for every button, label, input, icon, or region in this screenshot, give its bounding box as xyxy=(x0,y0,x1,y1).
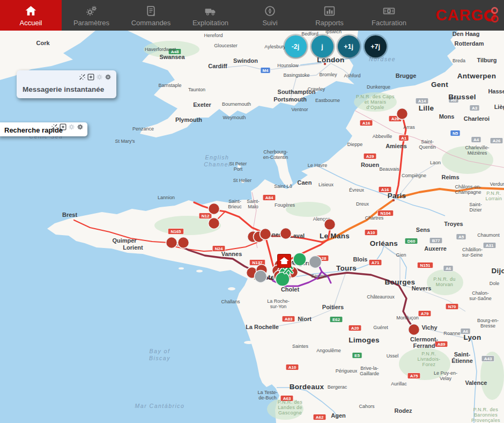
island xyxy=(244,341,254,344)
map-marker-red[interactable] xyxy=(397,108,408,120)
tab-suivi[interactable]: Suivi xyxy=(240,0,300,31)
map-label: Bay ofBiscay xyxy=(149,348,171,361)
map-label: Paris xyxy=(388,192,406,200)
map-label: Cardiff xyxy=(208,63,227,69)
map-label: Bournemouth xyxy=(222,101,251,107)
map-label: Brussel xyxy=(448,93,476,101)
road-shield: A71 xyxy=(369,260,382,266)
unlink-icon[interactable] xyxy=(79,74,86,81)
svg-text:A84: A84 xyxy=(265,195,273,200)
tab-commandes[interactable]: Commandes xyxy=(121,0,181,31)
svg-text:B77: B77 xyxy=(432,238,440,243)
map-label: Abbeville xyxy=(373,134,392,139)
tab-label: Commandes xyxy=(131,19,171,27)
map-marker-home[interactable] xyxy=(278,254,291,268)
map-label: Caen xyxy=(298,179,312,186)
map-label: Lisieux xyxy=(318,182,334,187)
tab-accueil[interactable]: Accueil xyxy=(0,0,62,31)
svg-text:A29: A29 xyxy=(366,154,374,159)
settings-light-icon[interactable] xyxy=(96,74,103,81)
map-label: Mons xyxy=(439,113,455,120)
road-shield: A20 xyxy=(349,325,361,331)
map-marker-green[interactable] xyxy=(276,272,290,286)
map-marker-gray[interactable] xyxy=(255,271,267,283)
map-label: Poitiers xyxy=(322,304,344,310)
svg-text:N12: N12 xyxy=(202,214,210,218)
road-shield: A62 xyxy=(313,414,326,420)
map-label: La Roche-sur-Yon xyxy=(267,298,290,309)
map-marker-red[interactable] xyxy=(324,219,336,230)
map-marker-green[interactable] xyxy=(293,253,306,266)
settings-icon[interactable] xyxy=(77,123,84,130)
day-button-plus7j[interactable]: +7j xyxy=(365,35,387,57)
road-shield: A5 xyxy=(456,234,466,240)
tab-label: Facturation xyxy=(372,19,406,27)
map-marker-red[interactable] xyxy=(280,228,292,239)
map-label: Bourg-en-Bresse xyxy=(477,318,499,329)
settings-icon[interactable] xyxy=(105,74,112,81)
messagerie-panel[interactable]: Messagerie instantanée xyxy=(17,70,116,98)
road-shield: E62 xyxy=(330,317,343,323)
tab-label: Exploitation xyxy=(192,19,228,27)
day-button-plus1j[interactable]: +1j xyxy=(338,35,360,57)
banknote-icon: 1 xyxy=(382,4,396,18)
map-label: La Rochelle xyxy=(246,324,279,330)
road-shield: A31 xyxy=(483,243,496,249)
map-label: Antwerpen xyxy=(457,72,496,80)
map-label: Brugge xyxy=(396,72,417,79)
road-shield: A16 xyxy=(360,120,373,126)
map-label: Reims xyxy=(441,174,459,180)
map-label: Laon xyxy=(430,160,441,165)
recherche-panel[interactable]: Recherche rapide xyxy=(0,122,87,136)
home-icon xyxy=(24,4,38,18)
tab-rapports[interactable]: Rapports xyxy=(300,0,359,31)
map-label: Compiègne xyxy=(402,173,426,178)
svg-text:E5: E5 xyxy=(354,353,360,358)
tab-parametres[interactable]: Paramètres xyxy=(62,0,121,31)
map-label: Swindon xyxy=(233,57,258,64)
map-marker-red[interactable] xyxy=(166,237,177,249)
svg-text:A62: A62 xyxy=(316,415,324,420)
svg-text:A89: A89 xyxy=(438,342,446,347)
settings-light-icon[interactable] xyxy=(68,123,75,130)
road-shield: A43 xyxy=(481,356,494,362)
map-label: P.N.R. desLandes deGascogne xyxy=(278,399,302,415)
map-label: Plymouth xyxy=(175,116,202,123)
road-shield: N12 xyxy=(199,213,212,219)
road-shield: A10 xyxy=(286,364,299,370)
svg-text:M4: M4 xyxy=(262,68,269,73)
map-marker-red[interactable] xyxy=(409,324,420,336)
road-shield: N5 xyxy=(450,130,460,136)
map-label: Nevers xyxy=(412,285,432,291)
road-shield: A29 xyxy=(364,154,376,159)
map[interactable]: A48M4A14R0A3N5A4A26A16A26A1A29A16N104A10… xyxy=(0,0,504,423)
add-window-icon[interactable] xyxy=(87,74,94,81)
app-root: { "nav": { "logo_text": "CARG", "tabs": … xyxy=(0,0,504,423)
road-shield: N151 xyxy=(417,262,433,268)
map-marker-red[interactable] xyxy=(178,237,189,249)
map-marker-gray[interactable] xyxy=(309,256,322,268)
map-label: Swansea xyxy=(159,54,185,60)
map-label: Périgueux xyxy=(336,368,358,374)
road-shield: A83 xyxy=(282,316,295,322)
road-shield: D60 xyxy=(405,238,418,244)
map-label: Gent xyxy=(431,81,448,89)
map-marker-red[interactable] xyxy=(260,229,271,240)
map-label: Mar Cantábrico xyxy=(135,403,185,409)
orders-book-icon xyxy=(144,4,158,18)
tab-exploitation[interactable]: Exploitation xyxy=(181,0,240,31)
map-label: Lorient xyxy=(123,244,143,251)
map-marker-red[interactable] xyxy=(209,203,220,215)
map-label: Saintes xyxy=(292,344,309,349)
map-label: Penzance xyxy=(132,126,154,132)
road-shield: A3 xyxy=(470,105,479,111)
map-marker-red[interactable] xyxy=(209,218,220,229)
map-label: Breda xyxy=(453,58,465,63)
day-button-j[interactable]: j xyxy=(312,35,333,57)
svg-text:N70: N70 xyxy=(448,304,456,309)
map-label: Fougères xyxy=(275,202,295,208)
tab-facturation[interactable]: 1Facturation xyxy=(359,0,419,31)
map-label: Dieppe xyxy=(347,142,363,147)
day-button-minus2j[interactable]: -2j xyxy=(285,35,307,57)
map-label: Chalon-sur-Saône xyxy=(469,290,492,301)
